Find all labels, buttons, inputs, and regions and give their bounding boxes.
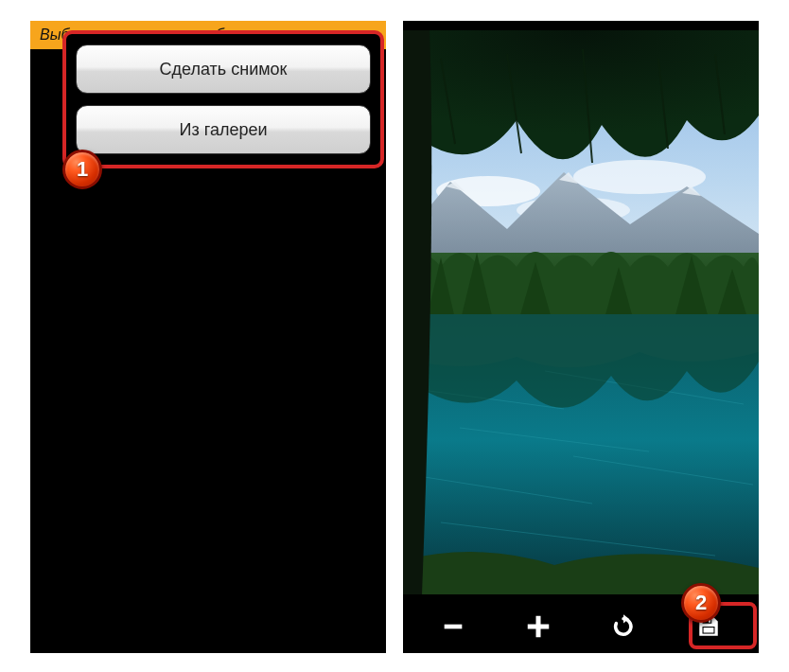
rotate-button[interactable] [597,608,650,645]
from-gallery-label: Из галереи [180,120,268,140]
plus-icon [524,612,552,641]
zoom-in-button[interactable] [512,608,565,645]
from-gallery-button[interactable]: Из галереи [76,105,371,154]
annotation-badge-1: 1 [62,150,102,189]
take-photo-label: Сделать снимок [160,60,288,80]
svg-rect-19 [528,625,550,629]
landscape-image [403,30,759,594]
rotate-icon [610,613,637,640]
right-screen [403,21,759,653]
minus-icon [440,613,466,640]
annotation-badge-1-text: 1 [77,157,88,182]
annotation-badge-2-text: 2 [695,591,707,615]
svg-rect-23 [704,628,714,632]
annotation-badge-2: 2 [681,583,721,623]
photo-preview[interactable] [403,30,759,594]
source-buttons-highlight: Сделать снимок Из галереи [62,30,384,168]
take-photo-button[interactable]: Сделать снимок [76,44,371,94]
zoom-out-button[interactable] [427,608,480,645]
svg-rect-17 [445,625,463,629]
